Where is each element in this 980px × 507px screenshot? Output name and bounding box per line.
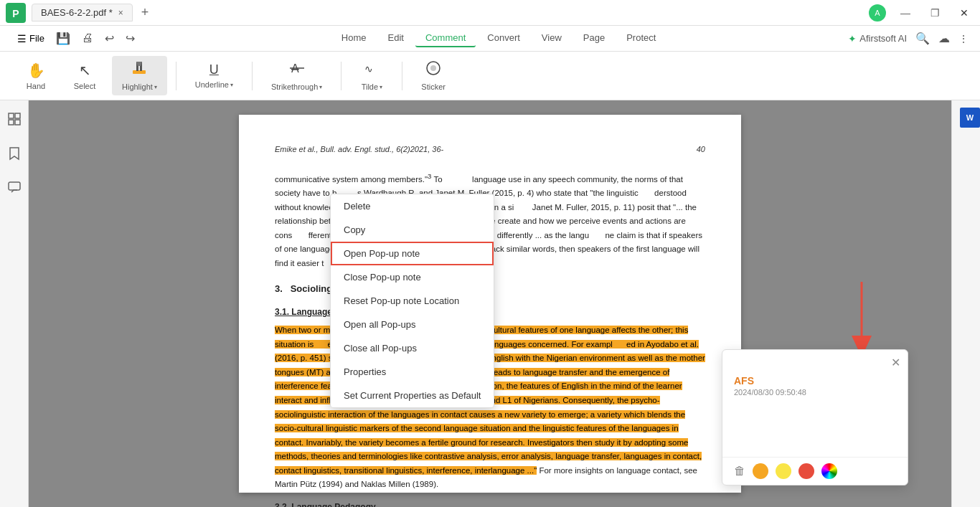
separator-3 <box>341 62 341 90</box>
tab-comment[interactable]: Comment <box>415 29 476 47</box>
undo-icon[interactable]: ↩ <box>102 30 117 47</box>
tab-convert[interactable]: Convert <box>477 29 530 47</box>
search-icon[interactable]: 🔍 <box>915 32 930 45</box>
popup-note-header: ✕ <box>722 350 908 369</box>
sticker-icon <box>425 60 441 80</box>
word-icon[interactable]: W <box>960 108 980 128</box>
tilde-dropdown-arrow[interactable]: ▾ <box>380 84 382 90</box>
select-label: Select <box>74 82 96 90</box>
cloud-icon[interactable]: ☁ <box>938 32 950 45</box>
popup-note-content[interactable] <box>734 402 896 445</box>
tab-page[interactable]: Page <box>573 29 615 47</box>
minimize-btn[interactable]: — <box>895 6 916 20</box>
pdf-header-left: Emike et al., Bull. adv. Engl. stud., 6(… <box>275 143 443 156</box>
file-label: File <box>29 33 44 44</box>
select-icon: ↖ <box>79 62 91 79</box>
color-orange[interactable] <box>753 463 768 479</box>
window-controls: A — ❐ ✕ <box>869 4 974 22</box>
svg-rect-12 <box>15 113 20 118</box>
tab-edit[interactable]: Edit <box>378 29 414 47</box>
file-menu[interactable]: ☰ File <box>11 30 50 47</box>
user-avatar: A <box>869 4 886 22</box>
tab-home[interactable]: Home <box>331 29 377 47</box>
context-properties[interactable]: Properties <box>331 360 494 384</box>
tilde-label: Tilde <box>362 82 378 91</box>
redo-icon[interactable]: ↪ <box>123 30 138 47</box>
context-copy[interactable]: Copy <box>331 218 494 242</box>
svg-text:∿: ∿ <box>364 63 373 75</box>
separator-4 <box>402 62 402 90</box>
context-close-popup[interactable]: Close Pop-up note <box>331 265 494 289</box>
svg-rect-14 <box>15 120 20 125</box>
popup-note-footer: 🗑 <box>722 457 908 485</box>
active-tab[interactable]: BAES-6-2-2.pdf * × <box>32 4 133 22</box>
hand-icon: ✋ <box>27 62 45 79</box>
maximize-btn[interactable]: ❐ <box>925 6 946 20</box>
bookmark-icon[interactable] <box>5 143 24 166</box>
thumbnail-icon[interactable] <box>4 109 24 132</box>
new-tab-btn[interactable]: + <box>137 4 154 22</box>
ai-star-icon: ✦ <box>848 33 857 44</box>
strikethrough-dropdown-arrow[interactable]: ▾ <box>319 84 322 90</box>
highlight-dropdown-arrow[interactable]: ▾ <box>154 84 157 90</box>
color-rainbow[interactable] <box>821 463 837 479</box>
comment-icon[interactable] <box>4 178 24 199</box>
pdf-header: Emike et al., Bull. adv. Engl. stud., 6(… <box>275 143 705 156</box>
highlight-label: Highlight <box>122 82 153 91</box>
main-area: Emike et al., Bull. adv. Engl. stud., 6(… <box>0 100 980 507</box>
strikethrough-label: Strikethrough <box>271 82 318 91</box>
tab-close-btn[interactable]: × <box>118 8 123 18</box>
save-icon[interactable]: 💾 <box>53 30 73 47</box>
svg-rect-2 <box>133 70 146 74</box>
ai-label: Afirstsoft AI <box>859 33 907 44</box>
context-reset-popup-location[interactable]: Reset Pop-up note Location <box>331 289 494 313</box>
menu-right: ✦ Afirstsoft AI 🔍 ☁ ⋮ <box>848 32 969 45</box>
svg-rect-15 <box>9 182 20 190</box>
pdf-header-right: 40 <box>697 143 705 156</box>
tilde-tool[interactable]: ∿ Tilde ▾ <box>350 56 393 95</box>
left-sidebar <box>0 100 29 507</box>
menu-tabs: Home Edit Comment Convert View Page Prot… <box>152 29 845 47</box>
popup-note-delete-btn[interactable]: 🗑 <box>734 465 745 478</box>
popup-note-body: AFS 2024/08/30 09:50:48 <box>722 369 908 457</box>
print-icon[interactable]: 🖨 <box>79 30 96 47</box>
tab-protect[interactable]: Protect <box>616 29 666 47</box>
underline-tool[interactable]: U Underline ▾ <box>185 58 243 93</box>
tab-view[interactable]: View <box>532 29 572 47</box>
close-btn[interactable]: ✕ <box>954 6 974 20</box>
section32-title: 3.2. Language Pedagogy <box>275 501 705 507</box>
pdf-area[interactable]: Emike et al., Bull. adv. Engl. stud., 6(… <box>29 100 951 507</box>
svg-rect-11 <box>9 113 14 118</box>
color-red[interactable] <box>798 463 814 479</box>
more-menu-icon[interactable]: ⋮ <box>958 33 969 44</box>
highlight-tool[interactable]: Highlight ▾ <box>112 56 167 95</box>
highlight-icon <box>131 60 147 80</box>
strikethrough-icon: A <box>289 60 305 80</box>
hamburger-icon: ☰ <box>17 33 27 44</box>
menu-bar: ☰ File 💾 🖨 ↩ ↪ Home Edit Comment Convert… <box>0 26 980 52</box>
context-close-all-popups[interactable]: Close all Pop-ups <box>331 336 494 360</box>
svg-text:P: P <box>12 8 19 19</box>
svg-rect-13 <box>9 120 14 125</box>
underline-icon: U <box>209 62 219 77</box>
separator-2 <box>252 62 253 90</box>
sticker-tool[interactable]: Sticker <box>411 56 456 95</box>
strikethrough-tool[interactable]: A Strikethrough ▾ <box>261 56 332 95</box>
color-yellow[interactable] <box>776 463 791 479</box>
app-logo: P <box>6 3 26 23</box>
context-open-popup[interactable]: Open Pop-up note <box>331 242 494 265</box>
popup-note: ✕ AFS 2024/08/30 09:50:48 🗑 <box>722 349 908 485</box>
svg-point-10 <box>430 65 436 71</box>
popup-note-close-btn[interactable]: ✕ <box>891 356 900 369</box>
hand-tool[interactable]: ✋ Hand <box>14 57 57 95</box>
context-open-all-popups[interactable]: Open all Pop-ups <box>331 313 494 336</box>
select-tool[interactable]: ↖ Select <box>63 57 106 95</box>
underline-dropdown-arrow[interactable]: ▾ <box>230 82 233 88</box>
title-bar: P BAES-6-2-2.pdf * × + A — ❐ ✕ <box>0 0 980 26</box>
afirstsoft-ai-btn[interactable]: ✦ Afirstsoft AI <box>848 33 907 44</box>
context-set-default[interactable]: Set Current Properties as Default <box>331 384 494 407</box>
context-delete[interactable]: Delete <box>331 194 494 218</box>
separator-1 <box>176 62 176 90</box>
nav-icons: 💾 🖨 ↩ ↪ <box>53 30 138 47</box>
popup-note-date: 2024/08/30 09:50:48 <box>734 388 896 397</box>
